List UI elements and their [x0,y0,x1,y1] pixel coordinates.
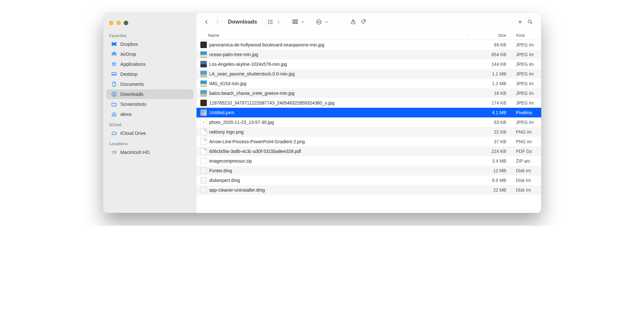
sidebar-item-alexa[interactable]: alexa [106,109,193,119]
file-row[interactable]: Funter.dmg12 MBDisk Im [197,166,541,176]
svg-rect-17 [296,22,297,23]
file-row[interactable]: diskexpert.dmg8.9 MBDisk Im [197,176,541,185]
file-row[interactable]: ✦photo_2020-11-23_13-57-30.jpg83 KBJPEG … [197,117,541,127]
column-header-size[interactable]: Size [467,33,512,38]
file-thumbnail-icon: ✦ [200,119,207,125]
file-kind: JPEG im [512,71,541,76]
file-thumbnail-icon [200,100,207,106]
zoom-window-button[interactable] [124,21,128,25]
file-kind: Pixelma [512,110,541,115]
close-window-button[interactable] [109,21,113,25]
minimize-window-button[interactable] [116,21,121,25]
file-row[interactable]: imagecompressor.zip3.4 MBZIP arc [197,156,541,166]
file-size: 69 KB [467,42,512,47]
file-kind: JPEG im [512,81,541,86]
file-row[interactable]: Los-Angeles-skyline-1024x576-min.jpg144 … [197,59,541,69]
tags-button[interactable] [358,17,369,27]
file-row[interactable]: 118765210_3479711222087743_2405463228593… [197,98,541,108]
file-name: LA_sean_pavone_shutterstock.0.0-min.jpg [209,71,467,76]
sidebar-item-icloud-drive[interactable]: iCloud Drive [106,128,193,138]
file-row[interactable]: 606cb09a-3a8b-4c3c-a30f-5315ba8ee328.pdf… [197,146,541,156]
file-thumbnail-icon [200,51,207,58]
file-size: 174 KB [467,100,512,105]
file-row[interactable]: app-cleaner-uninstaller.dmg22 MBDisk Im [197,185,541,195]
file-size: 144 KB [467,62,512,67]
file-kind: JPEG im [512,42,541,47]
svg-rect-15 [293,22,294,23]
svg-point-23 [364,20,365,21]
sidebar-item-documents[interactable]: Documents [106,79,193,89]
file-row[interactable]: balos-beach_chania_crete_greece-min.jpg1… [197,88,541,98]
chevron-down-icon[interactable] [324,17,329,27]
chevron-down-icon[interactable] [300,17,305,27]
svg-point-9 [268,20,269,21]
search-button[interactable] [525,17,535,27]
file-list: panoramica-de-hollywood-boulevard-seanpa… [197,40,541,213]
view-options-chevron-icon[interactable] [276,17,282,27]
svg-point-0 [113,54,115,55]
group-by-button[interactable] [290,17,300,27]
file-name: imagecompressor.zip [209,158,467,164]
file-name: IMG_6153-min.jpg [209,81,467,86]
file-size: 854 KB [467,52,512,57]
svg-point-24 [528,20,532,23]
window-title: Downloads [228,19,257,25]
file-row[interactable]: nektony logo.png22 KBPNG im [197,127,541,137]
file-name: ocean-palm-tree-min.jpg [209,52,467,57]
file-kind: JPEG im [512,100,541,105]
file-size: 3.4 MB [467,158,512,164]
sidebar-item-dropbox[interactable]: Dropbox [106,39,193,49]
view-list-button[interactable] [265,17,276,27]
folder-icon [111,101,117,107]
sidebar-section-header: iCloud [103,119,197,128]
column-header-name[interactable]: Name [197,33,467,38]
sidebar-item-label: Dropbox [120,42,138,47]
file-name: Los-Angeles-skyline-1024x576-min.jpg [209,62,467,67]
file-row[interactable]: IMG_6153-min.jpg1.2 MBJPEG im [197,79,541,88]
file-kind: Disk Im [512,187,541,193]
document-icon [111,81,117,87]
sidebar: FavoritesDropboxAirDropApplicationsDeskt… [103,13,197,213]
file-name: Funter.dmg [209,168,467,173]
svg-point-10 [268,22,269,22]
file-size: 12 MB [467,168,512,173]
toolbar: Downloads [197,13,541,31]
action-menu-button[interactable] [314,17,324,27]
file-kind: ZIP arc [512,158,541,164]
disk-icon [111,149,117,155]
overflow-button[interactable] [515,17,525,27]
svg-point-20 [319,22,319,22]
svg-rect-1 [112,73,116,75]
sidebar-item-macintosh-hd[interactable]: Macintosh HD [106,147,193,157]
sidebar-item-airdrop[interactable]: AirDrop [106,49,193,59]
file-size: 1.1 MB [467,71,512,76]
file-row[interactable]: Untitled.pxm4.1 MBPixelma [197,108,541,117]
sidebar-item-label: Applications [120,62,146,67]
file-size: 8.9 MB [467,178,512,183]
file-row[interactable]: LA_sean_pavone_shutterstock.0.0-min.jpg1… [197,69,541,79]
file-row[interactable]: panoramica-de-hollywood-boulevard-seanpa… [197,40,541,50]
forward-button[interactable] [213,16,222,28]
sidebar-item-desktop[interactable]: Desktop [106,69,193,79]
svg-rect-16 [295,22,296,23]
applications-icon [111,61,117,67]
sidebar-item-screenshots[interactable]: Screenshots [106,99,193,109]
main-pane: Downloads [197,13,541,213]
column-header-kind[interactable]: Kind [512,33,541,38]
window-controls [103,17,197,30]
file-row[interactable]: ocean-palm-tree-min.jpg854 KBJPEG im [197,50,541,59]
sidebar-item-applications[interactable]: Applications [106,59,193,69]
file-row[interactable]: Arrow-Line-Process-PowerPoint-Gradient 2… [197,137,541,146]
file-thumbnail-icon [200,109,207,116]
share-button[interactable] [348,17,358,27]
file-name: balos-beach_chania_crete_greece-min.jpg [209,91,467,96]
airdrop-icon [111,51,117,57]
file-size: 22 KB [467,129,512,135]
sidebar-item-downloads[interactable]: Downloads [106,89,193,99]
sidebar-item-label: Desktop [120,72,138,77]
back-button[interactable] [202,16,211,28]
file-kind: JPEG im [512,62,541,67]
file-name: app-cleaner-uninstaller.dmg [209,187,467,193]
file-kind: JPEG im [512,120,541,125]
file-name: Untitled.pxm [209,110,467,115]
